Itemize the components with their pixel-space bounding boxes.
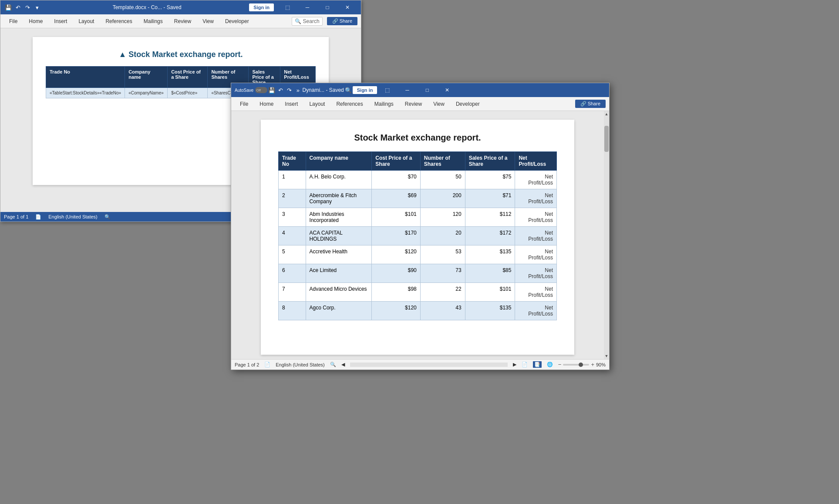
td-cost: $120 (372, 302, 420, 320)
th-company-1: Company name (125, 67, 168, 88)
undo-icon-1[interactable]: ↶ (13, 3, 22, 12)
tab-developer-2[interactable]: Developer (451, 99, 485, 109)
share-button-2[interactable]: 🔗 Share (575, 100, 606, 108)
td-company: Agco Corp. (306, 302, 372, 320)
th-cost-1: Cost Price of a Share (168, 67, 208, 88)
ribbon-1: File Home Insert Layout References Maili… (0, 14, 361, 28)
td-company: ACA CAPITAL HOLDINGS (306, 227, 372, 245)
doc-page-2: Stock Market exchange report. Trade No C… (261, 120, 574, 355)
customize-icon-1[interactable]: ▾ (33, 3, 41, 12)
tab-references-2[interactable]: References (331, 99, 368, 109)
window2-immersive[interactable]: ⬚ (377, 83, 397, 97)
scroll-left-arrow[interactable]: ◀ (341, 362, 345, 367)
td-shares: 53 (420, 245, 465, 264)
th-shares-2: Number of Shares (420, 152, 465, 171)
autosave-label: AutoSave (235, 88, 253, 93)
web-view-icon[interactable]: 🌐 (547, 362, 553, 367)
tab-layout-2[interactable]: Layout (304, 99, 330, 109)
window1-immersive[interactable]: ⬚ (277, 0, 297, 14)
tab-home-1[interactable]: Home (24, 17, 48, 26)
stock-table-2: Trade No Company name Cost Price of a Sh… (278, 151, 557, 320)
window2: AutoSave Off 💾 ↶ ↷ » Dynami... - Saved 🔍… (231, 83, 610, 370)
undo-icon-2[interactable]: ↶ (276, 86, 285, 94)
tab-layout-1[interactable]: Layout (73, 17, 99, 26)
scroll-right-arrow[interactable]: ▶ (513, 362, 516, 367)
td-sales: $135 (465, 302, 515, 320)
window2-minimize[interactable]: ─ (397, 83, 417, 97)
tab-view-2[interactable]: View (428, 99, 450, 109)
search-icon-2[interactable]: 🔍 (344, 86, 353, 94)
td-sales: $135 (465, 245, 515, 264)
page-count-1: Page 1 of 1 (4, 214, 28, 219)
scroll-up-arrow[interactable]: ▲ (604, 111, 609, 117)
td-sales: $71 (465, 189, 515, 208)
save-icon-1[interactable]: 💾 (4, 3, 13, 12)
tab-mailings-1[interactable]: Mailings (138, 17, 168, 26)
tab-view-1[interactable]: View (197, 17, 219, 26)
td-no: 1 (279, 171, 306, 189)
scrollbar-horizontal-2[interactable] (350, 363, 508, 367)
redo-icon-1[interactable]: ↷ (23, 3, 32, 12)
title-bar-2: AutoSave Off 💾 ↶ ↷ » Dynami... - Saved 🔍… (231, 83, 609, 97)
td-sales: $112 (465, 208, 515, 227)
td-company: Advanced Micro Devices (306, 283, 372, 302)
window1-close[interactable]: ✕ (337, 0, 357, 14)
td-cost-template: $«CostPrice» (168, 88, 208, 98)
tab-file-1[interactable]: File (4, 17, 23, 26)
zoom-thumb (579, 363, 583, 367)
th-tradeno-2: Trade No (279, 152, 306, 171)
window2-title: Dynami... - Saved (302, 87, 344, 93)
td-sales: $75 (465, 171, 515, 189)
search-bar-1[interactable]: 🔍 Search (292, 17, 323, 26)
td-company: Abercrombie & Fitch Company (306, 189, 372, 208)
td-shares: 22 (420, 283, 465, 302)
autosave-toggle[interactable]: Off (255, 87, 267, 93)
td-net: Net Profit/Loss (515, 171, 557, 189)
zoom-slider[interactable] (563, 364, 589, 366)
td-net: Net Profit/Loss (515, 189, 557, 208)
tab-review-1[interactable]: Review (169, 17, 196, 26)
scrollbar-vertical-2[interactable]: ▲ ▼ (604, 111, 609, 359)
table-row: 3 Abm Industries Incorporated $101 120 $… (279, 208, 557, 227)
window2-close[interactable]: ✕ (437, 83, 457, 97)
td-shares: 20 (420, 227, 465, 245)
tab-insert-1[interactable]: Insert (49, 17, 72, 26)
scroll-thumb[interactable] (604, 126, 609, 152)
sign-in-button-1[interactable]: Sign in (249, 3, 274, 11)
th-tradeno-1: Trade No (46, 67, 125, 88)
sign-in-button-2[interactable]: Sign in (353, 86, 377, 94)
share-icon-1: 🔗 (332, 18, 338, 24)
more-icon-2[interactable]: » (293, 86, 302, 94)
td-tradeno-template: «TableStart:StockDetails»«TradeNo» (46, 88, 125, 98)
share-button-1[interactable]: 🔗 Share (327, 17, 357, 25)
language-1: English (United States) (48, 214, 98, 219)
zoom-out-icon[interactable]: − (558, 361, 562, 368)
save-icon-2[interactable]: 💾 (267, 86, 276, 94)
autosave-badge: AutoSave Off (235, 87, 267, 93)
window1-minimize[interactable]: ─ (297, 0, 317, 14)
window1-maximize[interactable]: □ (317, 0, 337, 14)
td-net: Net Profit/Loss (515, 264, 557, 283)
td-company: A.H. Belo Corp. (306, 171, 372, 189)
tab-mailings-2[interactable]: Mailings (369, 99, 399, 109)
scroll-down-arrow[interactable]: ▼ (604, 353, 609, 359)
table-row: 7 Advanced Micro Devices $98 22 $101 Net… (279, 283, 557, 302)
tab-review-2[interactable]: Review (400, 99, 427, 109)
tab-developer-1[interactable]: Developer (220, 17, 254, 26)
td-cost: $98 (372, 283, 420, 302)
td-sales: $101 (465, 283, 515, 302)
tab-references-1[interactable]: References (100, 17, 137, 26)
read-view-icon[interactable]: 📄 (522, 362, 528, 367)
print-view-icon[interactable]: 📑 (533, 361, 542, 368)
table-row: 1 A.H. Belo Corp. $70 50 $75 Net Profit/… (279, 171, 557, 189)
td-cost: $69 (372, 189, 420, 208)
tab-home-2[interactable]: Home (254, 99, 279, 109)
table-row: 2 Abercrombie & Fitch Company $69 200 $7… (279, 189, 557, 208)
redo-icon-2[interactable]: ↷ (285, 86, 293, 94)
tab-insert-2[interactable]: Insert (280, 99, 303, 109)
zoom-in-icon[interactable]: + (591, 361, 594, 368)
tab-file-2[interactable]: File (235, 99, 253, 109)
td-no: 4 (279, 227, 306, 245)
td-cost: $170 (372, 227, 420, 245)
window2-maximize[interactable]: □ (417, 83, 437, 97)
